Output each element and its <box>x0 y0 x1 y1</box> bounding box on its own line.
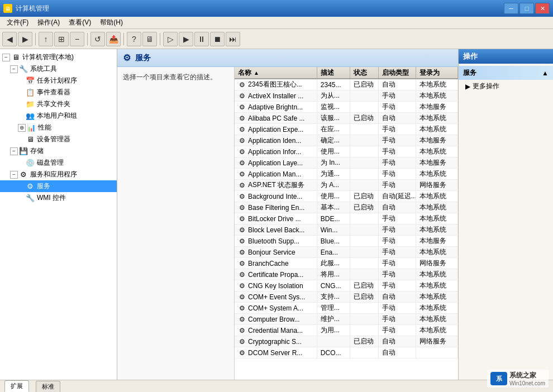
table-row[interactable]: ⚙Alibaba PC Safe ...该服...已启动自动本地系统 <box>235 113 458 124</box>
right-panel-title: 操作 <box>463 52 478 60</box>
table-row[interactable]: ⚙Application Iden...确定...手动本地服务 <box>235 135 458 146</box>
service-startup-cell: 手动 <box>379 224 416 235</box>
table-row[interactable]: ⚙Cryptographic S...已启动自动网络服务 <box>235 336 458 347</box>
table-row[interactable]: ⚙DCOM Server R...DCO...自动 <box>235 347 458 358</box>
table-row[interactable]: ⚙Certificate Propa...将用...手动本地系统 <box>235 269 458 280</box>
table-row[interactable]: ⚙Adaptive Brightn...监视...手动本地服务 <box>235 102 458 113</box>
tab-expand[interactable]: 扩展 <box>4 380 29 392</box>
systools-expander[interactable]: − <box>10 65 18 73</box>
table-row[interactable]: ⚙Application Man...为通...手动本地系统 <box>235 169 458 180</box>
maximize-button[interactable]: □ <box>519 3 534 14</box>
service-icon: ⚙ <box>238 237 246 245</box>
table-row[interactable]: ⚙COM+ Event Sys...支持...已启动自动本地系统 <box>235 291 458 303</box>
table-row[interactable]: ⚙Bonjour ServiceEna...手动本地系统 <box>235 247 458 258</box>
table-row[interactable]: ⚙Application Infor...使用...手动本地系统 <box>235 146 458 157</box>
help-button[interactable]: ? <box>127 32 141 46</box>
tree-users-groups[interactable]: 👥 本地用户和组 <box>0 110 117 122</box>
export-button[interactable]: 📤 <box>106 32 121 46</box>
table-row[interactable]: ⚙ActiveX Installer ...为从...手动本地系统 <box>235 90 458 102</box>
table-row[interactable]: ⚙Computer Brow...维护...手动本地系统 <box>235 314 458 325</box>
tree-task-scheduler[interactable]: 📅 任务计划程序 <box>0 75 117 87</box>
menu-file[interactable]: 文件(F) <box>2 17 33 28</box>
start-button[interactable]: ▷ <box>163 32 178 46</box>
refresh-button[interactable]: ↺ <box>90 32 105 46</box>
tab-standard[interactable]: 标准 <box>36 381 60 392</box>
service-name-text: BitLocker Drive ... <box>248 215 301 223</box>
menu-view[interactable]: 查看(V) <box>64 17 96 28</box>
table-row[interactable]: ⚙Application Laye...为 In...手动本地服务 <box>235 157 458 169</box>
service-login-cell: 本地系统 <box>416 213 458 224</box>
service-desc-cell: 为从... <box>317 90 350 101</box>
service-desc-cell: 支持... <box>317 291 350 302</box>
perf-expander[interactable]: ⊕ <box>18 124 26 132</box>
collapse-button[interactable]: − <box>70 32 84 46</box>
menu-help[interactable]: 帮助(H) <box>96 17 127 28</box>
table-row[interactable]: ⚙Credential Mana...为用...手动本地系统 <box>235 325 458 336</box>
right-panel-collapse-icon: ▲ <box>542 69 549 77</box>
table-body[interactable]: ⚙2345看图王核心...2345...已启动自动本地系统⚙ActiveX In… <box>235 79 458 380</box>
right-panel-section-header[interactable]: 服务 ▲ <box>459 66 553 80</box>
tree-event-viewer[interactable]: 📋 事件查看器 <box>0 87 117 98</box>
table-row[interactable]: ⚙2345看图王核心...2345...已启动自动本地系统 <box>235 79 458 90</box>
tree-services[interactable]: ⚙ 服务 <box>0 180 117 192</box>
col-header-name[interactable]: 名称 ▲ <box>235 67 317 78</box>
tree-disk-mgmt[interactable]: 💿 磁盘管理 <box>0 157 117 169</box>
root-expander[interactable]: − <box>2 54 10 61</box>
tree-services-apps[interactable]: − ⚙ 服务和应用程序 <box>0 169 117 180</box>
tree-performance[interactable]: ⊕ 📊 性能 <box>0 122 117 133</box>
table-row[interactable]: ⚙Application Expe...在应...手动本地系统 <box>235 124 458 135</box>
table-row[interactable]: ⚙COM+ System A...管理...手动本地系统 <box>235 303 458 314</box>
tree-device-label: 设备管理器 <box>37 135 70 144</box>
service-desc-cell: DCO... <box>317 347 350 358</box>
svc-apps-expander[interactable]: − <box>10 171 18 179</box>
right-panel-action-more[interactable]: ▶ 更多操作 <box>459 80 553 93</box>
right-panel-section-label: 服务 <box>463 68 476 78</box>
service-name-text: Credential Mana... <box>248 327 303 334</box>
service-login-cell: 本地系统 <box>416 79 458 90</box>
service-startup-cell: 手动 <box>379 247 416 257</box>
resume-button[interactable]: ⏭ <box>226 32 240 46</box>
service-icon: ⚙ <box>238 137 246 145</box>
stop-button[interactable]: ▶ <box>179 32 193 46</box>
back-button[interactable]: ◀ <box>2 32 17 46</box>
service-desc-cell: 使用... <box>317 146 350 157</box>
service-startup-cell: 手动 <box>379 157 416 168</box>
properties-button[interactable]: 🖥 <box>142 32 157 46</box>
table-row[interactable]: ⚙Base Filtering En...基本...已启动自动本地系统 <box>235 202 458 213</box>
col-header-startup[interactable]: 启动类型 <box>379 67 416 78</box>
table-row[interactable]: ⚙Bluetooth Supp...Blue...手动本地服务 <box>235 236 458 247</box>
tree-wmi[interactable]: 🔧 WMI 控件 <box>0 192 117 204</box>
col-header-desc[interactable]: 描述 <box>317 67 350 78</box>
table-row[interactable]: ⚙CNG Key IsolationCNG...已启动手动本地系统 <box>235 280 458 291</box>
tree-storage[interactable]: − 💾 存储 <box>0 145 117 157</box>
pause-button[interactable]: ⏸ <box>194 32 209 46</box>
close-button[interactable]: ✕ <box>535 3 550 14</box>
tree-device-manager[interactable]: 🖥 设备管理器 <box>0 133 117 145</box>
service-desc-cell: 管理... <box>317 303 350 313</box>
restart-button[interactable]: ⏹ <box>210 32 225 46</box>
service-login-cell: 本地系统 <box>416 291 458 302</box>
tree-shared-folders[interactable]: 📁 共享文件夹 <box>0 98 117 110</box>
table-row[interactable]: ⚙BitLocker Drive ...BDE...手动本地系统 <box>235 213 458 224</box>
minimize-button[interactable]: ─ <box>504 3 518 14</box>
tree-root[interactable]: − 🖥 计算机管理(本地) <box>0 51 117 63</box>
table-row[interactable]: ⚙Background Inte...使用...已启动自动(延迟...本地系统 <box>235 191 458 202</box>
service-login-cell: 网络服务 <box>416 180 458 190</box>
users-icon: 👥 <box>26 112 35 121</box>
services-header-title: 服务 <box>135 53 151 63</box>
table-row[interactable]: ⚙Block Level Back...Win...手动本地系统 <box>235 224 458 236</box>
forward-button[interactable]: ▶ <box>18 32 32 46</box>
up-button[interactable]: ↑ <box>39 32 53 46</box>
service-name-text: COM+ System A... <box>248 304 303 312</box>
menu-action[interactable]: 操作(A) <box>33 17 64 28</box>
task-icon: 📅 <box>26 77 35 85</box>
col-header-status[interactable]: 状态 <box>350 67 379 78</box>
service-status-cell <box>350 303 379 313</box>
table-row[interactable]: ⚙BranchCache此服...手动网络服务 <box>235 258 458 269</box>
storage-expander[interactable]: − <box>10 147 18 155</box>
service-desc-cell: 在应... <box>317 124 350 135</box>
table-row[interactable]: ⚙ASP.NET 状态服务为 A...手动网络服务 <box>235 180 458 191</box>
tree-system-tools[interactable]: − 🔧 系统工具 <box>0 63 117 75</box>
show-console-tree[interactable]: ⊞ <box>54 32 69 46</box>
col-header-login[interactable]: 登录为 <box>416 67 458 78</box>
